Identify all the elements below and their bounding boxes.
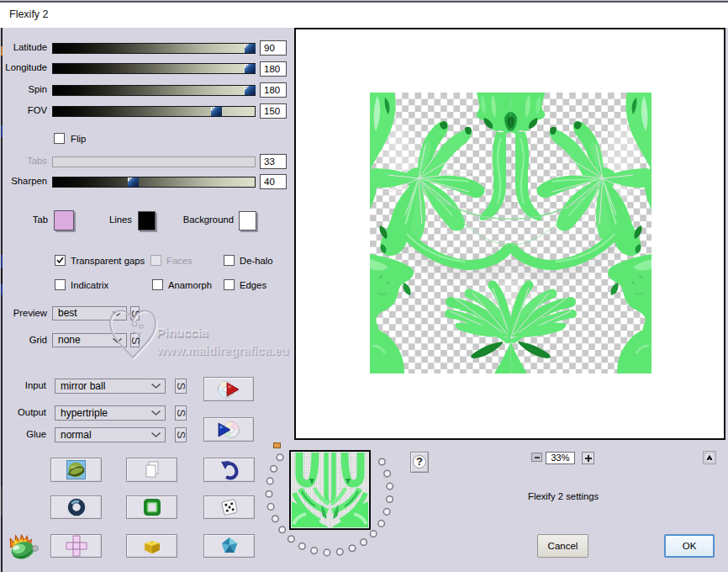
svg-text:www.maidiregrafica.eu: www.maidiregrafica.eu	[156, 344, 288, 358]
svg-text:Pinuccia: Pinuccia	[156, 325, 208, 339]
